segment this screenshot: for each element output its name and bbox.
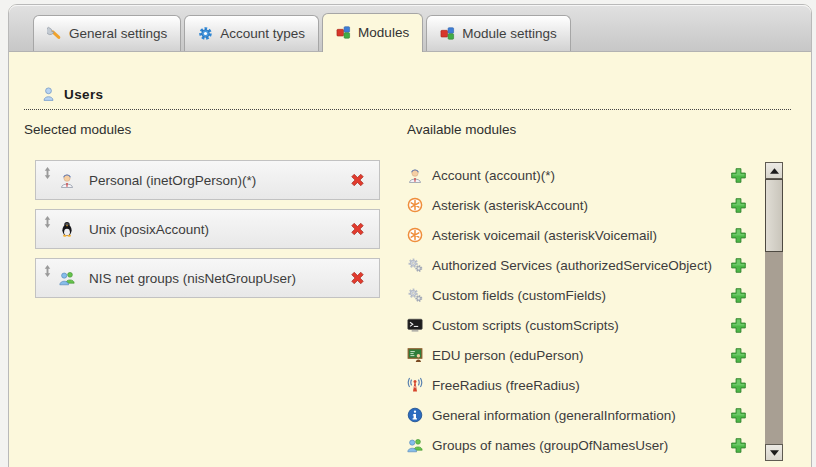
group-icon	[407, 437, 423, 453]
scroll-up-button[interactable]	[765, 162, 783, 179]
selected-module-row[interactable]: Personal (inetOrgPerson)(*)	[35, 160, 380, 200]
gears-icon	[407, 287, 423, 303]
board-icon	[407, 347, 423, 363]
drag-handle-icon[interactable]	[44, 216, 51, 228]
module-label: Unix (posixAccount)	[89, 222, 209, 237]
add-icon[interactable]	[730, 377, 747, 394]
tab-account-types[interactable]: Account types	[184, 15, 319, 51]
available-modules-column: Available modules Account (account)(*) A…	[407, 122, 811, 460]
config-panel: General settings Account types Modules M…	[8, 4, 812, 467]
add-icon[interactable]	[730, 197, 747, 214]
section-title: Users	[64, 87, 104, 102]
person-icon	[59, 172, 75, 188]
tab-label: Account types	[220, 26, 305, 41]
selected-module-row[interactable]: NIS net groups (nisNetGroupUser)	[35, 258, 380, 298]
tab-module-settings[interactable]: Module settings	[426, 15, 571, 51]
person-icon	[407, 167, 423, 183]
module-label: Custom scripts (customScripts)	[432, 318, 730, 333]
add-icon[interactable]	[730, 347, 747, 364]
terminal-icon	[407, 317, 423, 333]
available-module-row: Authorized Services (authorizedServiceOb…	[407, 250, 747, 280]
available-modules-list: Account (account)(*) Asterisk (asteriskA…	[407, 160, 747, 460]
asterisk-icon	[407, 197, 423, 213]
drag-handle-icon[interactable]	[44, 265, 51, 277]
selected-module-row[interactable]: Unix (posixAccount)	[35, 209, 380, 249]
tab-modules[interactable]: Modules	[322, 13, 423, 52]
module-label: EDU person (eduPerson)	[432, 348, 730, 363]
drag-handle-icon[interactable]	[44, 167, 51, 179]
scrollbar-thumb[interactable]	[765, 179, 783, 252]
module-label: FreeRadius (freeRadius)	[432, 378, 730, 393]
module-label: Custom fields (customFields)	[432, 288, 730, 303]
available-module-row: Asterisk voicemail (asteriskVoicemail)	[407, 220, 747, 250]
module-label: Personal (inetOrgPerson)(*)	[89, 173, 256, 188]
available-module-row: General information (generalInformation)	[407, 400, 747, 430]
available-module-row: Groups of names (groupOfNamesUser)	[407, 430, 747, 460]
module-label: NIS net groups (nisNetGroupUser)	[89, 271, 296, 286]
scroll-up-icon	[770, 168, 779, 174]
user-icon	[41, 86, 56, 102]
info-icon	[407, 407, 423, 423]
account-type-section-header: Users	[24, 86, 791, 110]
available-module-row: EDU person (eduPerson)	[407, 340, 747, 370]
available-module-row: FreeRadius (freeRadius)	[407, 370, 747, 400]
modules-icon	[336, 25, 351, 40]
group-icon	[59, 270, 75, 286]
selected-modules-header: Selected modules	[24, 122, 407, 139]
add-icon[interactable]	[730, 287, 747, 304]
tab-general-settings[interactable]: General settings	[33, 15, 181, 51]
scroll-down-icon	[770, 450, 779, 456]
scroll-down-button[interactable]	[765, 444, 783, 461]
module-label: Asterisk voicemail (asteriskVoicemail)	[432, 228, 730, 243]
add-icon[interactable]	[730, 167, 747, 184]
module-label: General information (generalInformation)	[432, 408, 730, 423]
selected-modules-column: Selected modules Personal (inetOrgPerson…	[24, 122, 407, 460]
tab-label: General settings	[69, 26, 167, 41]
available-module-row: Custom scripts (customScripts)	[407, 310, 747, 340]
delete-icon[interactable]	[349, 270, 366, 287]
add-icon[interactable]	[730, 407, 747, 424]
add-icon[interactable]	[730, 227, 747, 244]
available-modules-header: Available modules	[407, 122, 811, 139]
tux-icon	[59, 221, 75, 237]
add-icon[interactable]	[730, 437, 747, 454]
add-icon[interactable]	[730, 317, 747, 334]
module-label: Asterisk (asteriskAccount)	[432, 198, 730, 213]
delete-icon[interactable]	[349, 221, 366, 238]
delete-icon[interactable]	[349, 172, 366, 189]
antenna-icon	[407, 377, 423, 393]
module-label: Account (account)(*)	[432, 168, 730, 183]
modules-icon	[440, 26, 455, 41]
available-module-row: Custom fields (customFields)	[407, 280, 747, 310]
tab-label: Module settings	[462, 26, 557, 41]
available-module-row: Asterisk (asteriskAccount)	[407, 190, 747, 220]
tab-label: Modules	[358, 25, 409, 40]
gears-icon	[407, 257, 423, 273]
selected-modules-list: Personal (inetOrgPerson)(*) Unix (posixA…	[35, 160, 407, 298]
tab-bar: General settings Account types Modules M…	[9, 5, 811, 52]
gear-icon	[198, 26, 213, 41]
module-label: Groups of names (groupOfNamesUser)	[432, 438, 730, 453]
available-module-row: Account (account)(*)	[407, 160, 747, 190]
scrollbar-track[interactable]	[765, 179, 783, 444]
add-icon[interactable]	[730, 257, 747, 274]
available-modules-scrollbar[interactable]	[765, 162, 783, 461]
module-label: Authorized Services (authorizedServiceOb…	[432, 258, 730, 273]
modules-columns: Selected modules Personal (inetOrgPerson…	[9, 122, 811, 460]
asterisk-icon	[407, 227, 423, 243]
wrench-icon	[47, 26, 62, 41]
